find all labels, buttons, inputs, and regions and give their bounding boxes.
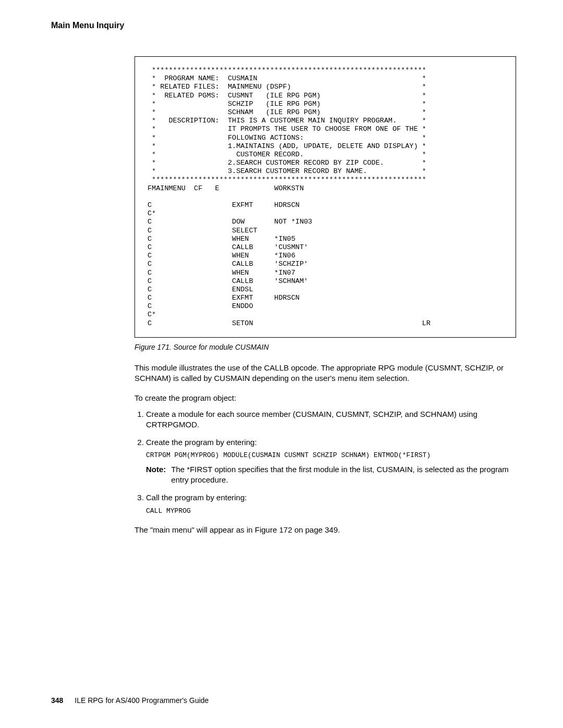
note-label: Note: xyxy=(146,464,166,486)
step-2-command: CRTPGM PGM(MYPROG) MODULE(CUSMAIN CUSMNT… xyxy=(146,451,516,460)
step-3: Call the program by entering: CALL MYPRO… xyxy=(146,492,516,515)
step-1: Create a module for each source member (… xyxy=(146,409,516,430)
ordered-steps: Create a module for each source member (… xyxy=(134,409,516,516)
paragraph-intro: This module illustrates the use of the C… xyxy=(134,363,516,384)
figure-caption: Figure 171. Source for module CUSMAIN xyxy=(134,343,516,351)
note-text: The *FIRST option specifies that the fir… xyxy=(171,464,516,486)
step-2: Create the program by entering: CRTPGM P… xyxy=(146,437,516,485)
step-2-text: Create the program by entering: xyxy=(146,438,257,447)
page-number: 348 xyxy=(51,696,63,705)
step-2-note: Note: The *FIRST option specifies that t… xyxy=(146,464,516,486)
step-3-text: Call the program by entering: xyxy=(146,493,247,502)
paragraph-create-intro: To create the program object: xyxy=(134,393,516,403)
book-title: ILE RPG for AS/400 Programmer's Guide xyxy=(75,696,209,705)
paragraph-outro: The "main menu" will appear as in Figure… xyxy=(134,525,516,535)
code-listing: ****************************************… xyxy=(148,66,503,328)
page-header-title: Main Menu Inquiry xyxy=(51,21,516,30)
step-3-command: CALL MYPROG xyxy=(146,507,516,516)
page-footer: 348 ILE RPG for AS/400 Programmer's Guid… xyxy=(51,696,209,705)
code-listing-box: ****************************************… xyxy=(134,56,516,338)
step-1-text: Create a module for each source member (… xyxy=(146,410,478,429)
